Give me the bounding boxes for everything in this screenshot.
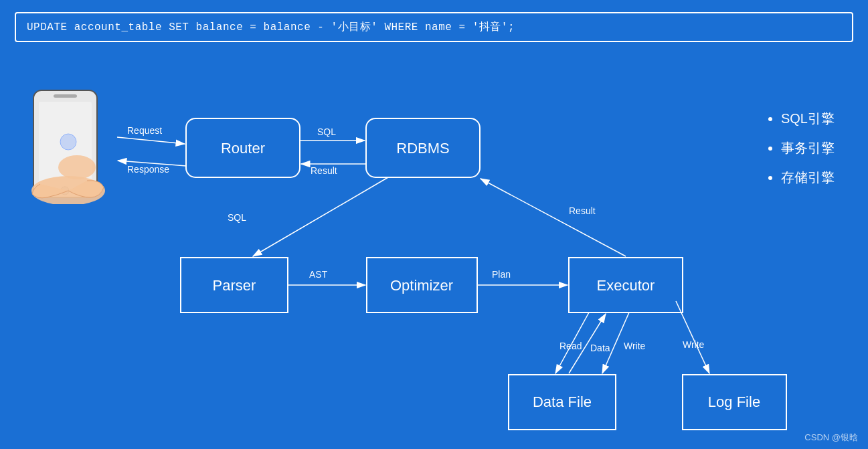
sql-code-box: UPDATE account_table SET balance = balan… — [15, 12, 853, 42]
bullet-list: SQL引擎 事务引擎 存储引擎 — [768, 104, 835, 192]
svg-rect-15 — [683, 375, 786, 430]
svg-text:Plan: Plan — [492, 269, 511, 280]
svg-rect-13 — [569, 258, 683, 312]
bullet-item-2: 事务引擎 — [781, 133, 835, 163]
svg-line-16 — [117, 137, 185, 144]
svg-text:Request: Request — [127, 125, 162, 136]
watermark: CSDN @银晗 — [804, 432, 858, 444]
svg-text:Read: Read — [559, 341, 582, 351]
svg-line-27 — [676, 301, 709, 373]
svg-rect-11 — [181, 258, 288, 312]
svg-line-23 — [481, 179, 626, 256]
phone-illustration — [20, 87, 117, 204]
svg-text:Write: Write — [624, 341, 646, 351]
svg-text:Data: Data — [590, 343, 610, 353]
svg-point-5 — [58, 155, 96, 179]
svg-text:Write: Write — [683, 339, 705, 350]
svg-rect-3 — [54, 94, 77, 98]
svg-text:Log File: Log File — [708, 393, 760, 410]
svg-line-20 — [253, 177, 388, 256]
svg-text:Result: Result — [569, 205, 596, 216]
svg-text:Optimizer: Optimizer — [390, 277, 453, 294]
svg-rect-14 — [509, 375, 616, 430]
svg-rect-9 — [186, 118, 300, 177]
svg-text:SQL: SQL — [228, 212, 246, 223]
svg-text:Parser: Parser — [213, 277, 256, 294]
svg-rect-12 — [367, 258, 477, 312]
bullet-item-3: 存储引擎 — [781, 163, 835, 192]
svg-point-6 — [60, 134, 76, 150]
bullet-item-1: SQL引擎 — [781, 104, 835, 133]
svg-line-26 — [602, 312, 629, 373]
svg-text:Data File: Data File — [533, 393, 592, 410]
svg-text:RDBMS: RDBMS — [396, 140, 449, 157]
sql-code-text: UPDATE account_table SET balance = balan… — [27, 21, 515, 33]
svg-text:Router: Router — [221, 140, 265, 157]
svg-line-25 — [569, 314, 606, 373]
svg-text:Result: Result — [311, 165, 337, 176]
svg-text:SQL: SQL — [317, 126, 336, 137]
svg-text:Executor: Executor — [597, 277, 655, 294]
svg-line-24 — [555, 312, 589, 373]
svg-rect-10 — [366, 118, 480, 177]
svg-line-17 — [118, 161, 186, 166]
svg-text:Response: Response — [127, 164, 169, 175]
svg-text:AST: AST — [309, 269, 328, 280]
